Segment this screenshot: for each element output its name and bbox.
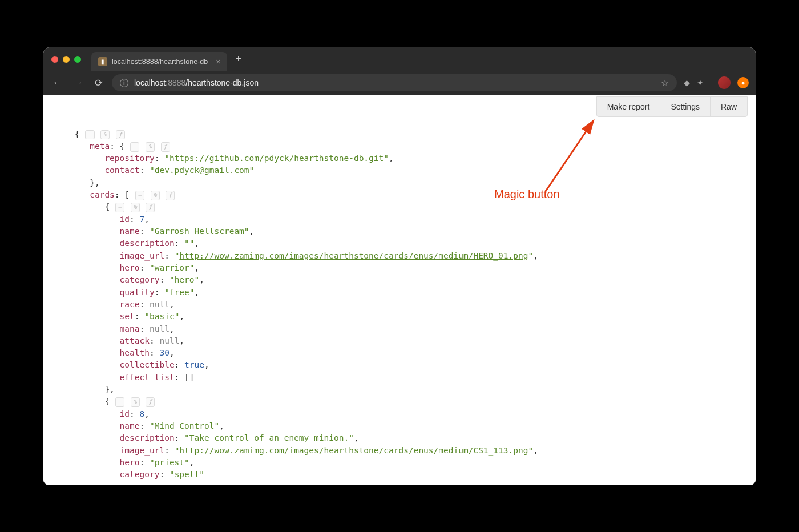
fn-icon[interactable]: ƒ [146,203,155,212]
repository-link[interactable]: https://github.com/pdyck/hearthstone-db.… [170,154,384,163]
settings-button[interactable]: Settings [660,97,711,116]
address-bar-row: ← → ⟳ i localhost:8888/hearthstone-db.js… [43,71,756,95]
make-report-button[interactable]: Make report [597,97,661,116]
percent-icon[interactable]: % [131,203,140,212]
percent-icon[interactable]: % [100,130,110,140]
collapse-icon[interactable]: – [115,397,124,407]
separator [711,77,711,88]
percent-icon[interactable]: % [146,142,155,152]
browser-window: ▮ localhost:8888/hearthstone-db × + ← → … [43,47,756,485]
reload-button[interactable]: ⟳ [92,75,105,91]
titlebar: ▮ localhost:8888/hearthstone-db × + [43,47,756,71]
extension-icon-1[interactable]: ◆ [684,78,690,87]
raw-button[interactable]: Raw [711,97,747,116]
collapse-icon[interactable]: – [135,191,144,200]
fn-icon[interactable]: ƒ [116,130,125,140]
close-window-button[interactable] [51,56,58,63]
percent-icon[interactable]: % [151,191,160,200]
fn-icon[interactable]: ƒ [166,191,175,200]
url-text: localhost:8888/hearthstone-db.json [134,78,259,87]
new-tab-button[interactable]: + [235,53,241,65]
minimize-window-button[interactable] [63,56,70,63]
collapse-icon[interactable]: – [130,142,139,152]
fn-icon[interactable]: ƒ [161,142,170,152]
annotation-label: Magic button [494,188,560,201]
percent-icon[interactable]: % [131,397,140,407]
forward-button[interactable]: → [71,75,86,91]
notification-badge[interactable]: ● [737,77,749,88]
site-info-icon[interactable]: i [120,79,128,87]
bookmark-icon[interactable]: ☆ [661,78,669,88]
address-field[interactable]: i localhost:8888/hearthstone-db.json ☆ [112,74,677,91]
maximize-window-button[interactable] [74,56,81,63]
page-content: Make report Settings Raw Magic button { … [43,95,756,485]
fn-icon[interactable]: ƒ [146,397,155,407]
close-tab-icon[interactable]: × [216,57,220,66]
image-url-link[interactable]: http://wow.zamimg.com/images/hearthstone… [179,446,528,455]
collapse-icon[interactable]: – [85,130,94,140]
profile-avatar[interactable] [718,76,731,89]
extension-icon-2[interactable]: ✦ [697,78,704,87]
browser-tab[interactable]: ▮ localhost:8888/hearthstone-db × [91,52,227,71]
image-url-link[interactable]: http://wow.zamimg.com/images/hearthstone… [179,251,528,260]
json-viewer: { – % ƒ meta: { – % ƒ repository: "https… [47,95,756,481]
json-toolbar: Make report Settings Raw [596,96,748,117]
collapse-icon[interactable]: – [115,203,124,212]
tab-title: localhost:8888/hearthstone-db [112,58,208,66]
back-button[interactable]: ← [50,75,64,91]
favicon-icon: ▮ [98,57,107,66]
window-controls [51,56,81,63]
